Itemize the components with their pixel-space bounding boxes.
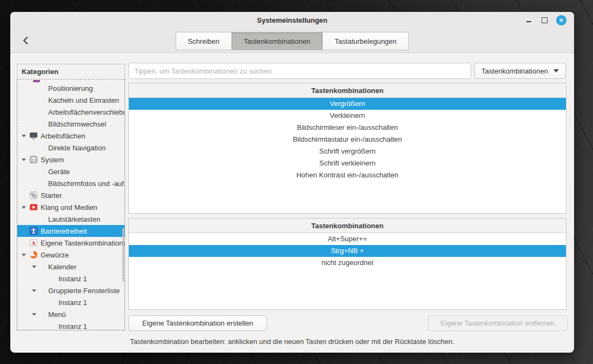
shortcut-list-header: Tastenkombinationen <box>129 83 566 98</box>
sidebar-item-label: Gewürze <box>41 251 69 259</box>
window-controls <box>526 12 566 28</box>
sidebar-scrollbar[interactable] <box>122 228 124 282</box>
back-button[interactable] <box>19 34 33 48</box>
binding-row[interactable]: Alt+Super+= <box>129 233 566 245</box>
tab-tastaturbelegungen[interactable]: Tastaturbelegungen <box>323 32 409 50</box>
shortcut-row[interactable]: Schrift vergrößern <box>129 145 566 157</box>
sidebar-item-label: Barrierefreiheit <box>41 227 87 235</box>
binding-row[interactable]: Strg+NB + <box>129 245 566 257</box>
tab-strip: Schreiben Tastenkombinationen Tastaturbe… <box>10 28 574 53</box>
sidebar-item[interactable]: AEigene Tastenkombinationen <box>17 237 125 249</box>
sidebar-item[interactable]: Kacheln und Einrasten <box>17 94 125 106</box>
shortcut-row[interactable]: Hohen Kontrast ein-/ausschalten <box>129 169 566 181</box>
shortcut-list-body: VergrößernVerkleinernBildschirmleser ein… <box>129 98 566 181</box>
window-title: Systemeinstellungen <box>10 12 574 29</box>
binding-list: Tastenkombinationen Alt+Super+=Strg+NB +… <box>128 218 566 310</box>
sidebar-item-label: Eigene Tastenkombinationen <box>41 239 125 247</box>
sidebar-item-label: Instanz 1 <box>58 322 87 330</box>
sidebar-item-label: Klang und Medien <box>41 203 97 211</box>
tab-schreiben[interactable]: Schreiben <box>175 32 232 50</box>
sidebar-item-label: Bildschirmfotos und -aufzeichnung <box>48 180 125 188</box>
sidebar-item-label: Instanz 1 <box>58 275 87 283</box>
sidebar-item-label: Lautstärketasten <box>48 215 100 223</box>
shortcut-list: Tastenkombinationen VergrößernVerkleiner… <box>128 83 566 214</box>
category-tree: PositionierungKacheln und EinrastenArbei… <box>17 79 125 330</box>
sidebar-item[interactable]: Instanz 1 <box>17 273 125 284</box>
close-icon[interactable] <box>556 15 566 25</box>
sidebar-item-label: Bildschirmwechsel <box>48 120 106 128</box>
sidebar-item[interactable]: Starter <box>17 189 125 201</box>
spices-icon <box>29 250 38 259</box>
sidebar-item[interactable]: Bildschirmfotos und -aufzeichnung <box>17 177 125 189</box>
clipped-row-icon <box>33 80 40 82</box>
binding-row[interactable]: nicht zugeordnet <box>129 257 566 269</box>
tab-group: Schreiben Tastenkombinationen Tastaturbe… <box>175 32 409 50</box>
sidebar-item-label: Direkte Navigation <box>48 144 106 152</box>
expander-icon[interactable] <box>22 206 29 209</box>
shortcut-row[interactable]: Schrift verkleinern <box>129 157 566 169</box>
shortcut-row[interactable]: Vergrößern <box>129 98 566 110</box>
sidebar-item[interactable]: Direkte Navigation <box>17 142 125 154</box>
expander-icon[interactable] <box>22 135 29 137</box>
svg-text:A: A <box>32 241 36 246</box>
sidebar-item[interactable]: Positionierung <box>17 82 125 94</box>
binding-list-header: Tastenkombinationen <box>129 219 566 233</box>
settings-window: Systemeinstellungen Schreiben Tastenkomb… <box>10 12 574 353</box>
sidebar-item[interactable]: Barrierefreiheit <box>17 225 125 237</box>
binding-list-body: Alt+Super+=Strg+NB +nicht zugeordnet <box>129 233 566 269</box>
sidebar-item[interactable]: Gruppierte Fensterliste <box>17 284 125 296</box>
sidebar-item-label: Kalender <box>48 263 76 271</box>
expander-icon[interactable] <box>22 254 29 256</box>
expander-icon[interactable] <box>32 289 40 292</box>
chevron-left-icon <box>21 36 31 45</box>
desktop: { "window": { "title": "Systemeinstellun… <box>0 0 593 364</box>
sidebar-item-label: Positionierung <box>48 84 93 92</box>
sidebar-item-label: Gruppierte Fensterliste <box>48 287 120 295</box>
custom-shortcut-icon: A <box>29 239 38 247</box>
expander-icon[interactable] <box>32 313 40 316</box>
sidebar-item-label: Arbeitsflächen <box>41 132 85 140</box>
sidebar-item[interactable]: Arbeitsflächenverschiebung <box>17 106 125 118</box>
sidebar-item[interactable]: Arbeitsflächen <box>17 130 125 142</box>
sidebar-item-label: Arbeitsflächenverschiebung <box>48 108 125 116</box>
sidebar-item[interactable]: Klang und Medien <box>17 201 125 213</box>
sidebar-item[interactable]: Menü <box>17 308 125 320</box>
sidebar-item-label: Starter <box>41 191 62 200</box>
sidebar-item[interactable]: Gewürze <box>17 249 125 261</box>
sidebar-item[interactable]: Geräte <box>17 166 125 177</box>
sidebar-item[interactable]: Instanz 1 <box>17 320 125 330</box>
filter-dropdown-button[interactable]: Tastenkombinationen <box>474 63 566 79</box>
minimize-icon[interactable] <box>526 17 532 23</box>
remove-shortcut-button: Eigene Tastenkombination entfernen <box>428 315 568 331</box>
sidebar-item[interactable]: Lautstärketasten <box>17 213 125 225</box>
maximize-icon[interactable] <box>541 17 548 23</box>
sidebar-item-label: Kacheln und Einrasten <box>48 96 119 104</box>
titlebar[interactable]: Systemeinstellungen <box>10 12 574 28</box>
shortcut-row[interactable]: Bildschirmtastatur ein-/ausschalten <box>129 134 566 145</box>
expander-icon[interactable] <box>22 158 29 161</box>
monitor-icon <box>29 131 38 140</box>
create-shortcut-button[interactable]: Eigene Tastenkombination erstellen <box>128 315 267 331</box>
search-input[interactable] <box>128 63 471 79</box>
media-icon <box>29 203 38 211</box>
sidebar-item[interactable]: Kalender <box>17 261 125 273</box>
shortcut-row[interactable]: Verkleinern <box>129 110 566 122</box>
sidebar-item-label: Instanz 1 <box>58 299 87 307</box>
accessibility-icon <box>29 227 38 235</box>
tab-tastenkombinationen[interactable]: Tastenkombinationen <box>232 32 323 50</box>
starter-icon <box>29 191 38 200</box>
status-hint-text: Tastenkombination bearbeiten: anklicken … <box>10 337 574 346</box>
sidebar-item[interactable]: Bildschirmwechsel <box>17 118 125 130</box>
shortcut-row[interactable]: Bildschirmleser ein-/ausschalten <box>129 122 566 134</box>
sidebar-item-label: Geräte <box>48 168 70 176</box>
sidebar-item[interactable]: Instanz 1 <box>17 296 125 308</box>
sidebar-item-label: Menü <box>48 310 66 319</box>
categories-header: Kategorien <box>17 64 125 79</box>
caret-down-icon <box>553 69 559 72</box>
system-icon <box>29 155 38 164</box>
expander-icon[interactable] <box>32 266 40 268</box>
filter-dropdown-label: Tastenkombinationen <box>481 67 548 75</box>
sidebar-item[interactable]: System <box>17 154 125 166</box>
categories-panel: Kategorien PositionierungKacheln und Ein… <box>17 64 125 330</box>
sidebar-item-label: System <box>41 156 64 164</box>
